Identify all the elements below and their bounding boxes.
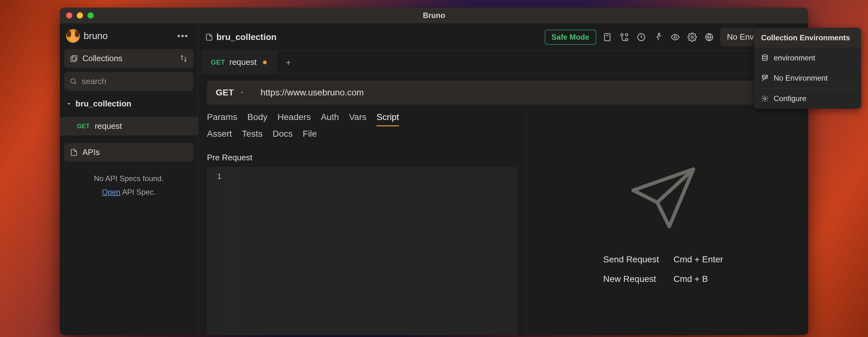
environment-menu-configure[interactable]: Configure [754,88,808,109]
collection-item[interactable]: bru_collection [64,95,193,112]
tab-params[interactable]: Params [207,112,237,126]
titlebar: Bruno [60,7,808,23]
hint-send-shortcut: Cmd + Enter [673,254,723,264]
caret-down-icon [240,90,244,95]
sort-icon[interactable] [180,55,188,63]
settings-icon[interactable] [687,32,697,42]
sidebar-more-button[interactable]: ••• [174,30,191,42]
environment-menu-item-environment[interactable]: environment [754,48,808,68]
tab-headers[interactable]: Headers [277,112,311,126]
request-subtabs: Params Body Headers Auth Vars Script [207,112,518,126]
window-zoom-button[interactable] [87,12,94,19]
response-pane: Send Request Cmd + Enter New Request Cmd… [527,112,800,335]
collections-section-header[interactable]: Collections [64,49,193,68]
watch-icon[interactable] [671,32,680,42]
sidebar: bruno ••• Collections [60,23,198,335]
environment-menu-item-none[interactable]: No Environment [754,68,808,88]
collection-name: bru_collection [75,99,131,109]
apis-empty-line1: No API Specs found. [64,172,193,185]
main-pane: bru_collection Safe Mode [198,23,808,335]
search-icon [70,78,78,85]
svg-point-12 [762,55,767,57]
environment-menu-item-label: No Environment [774,74,808,83]
gear-icon [761,95,769,102]
request-tab-method: GET [211,58,225,66]
tab-docs[interactable]: Docs [273,129,293,142]
hint-send-label: Send Request [603,254,659,264]
request-tab[interactable]: GET request [201,51,276,74]
apis-label: APIs [83,147,100,157]
request-tab-name: request [229,57,257,67]
dirty-indicator-icon [263,60,267,64]
sidebar-request-item[interactable]: GET request [60,117,198,135]
history-icon[interactable] [637,32,646,42]
window-close-button[interactable] [66,12,72,19]
runner-icon[interactable] [653,32,663,42]
tab-tests[interactable]: Tests [242,129,262,142]
sidebar-request-name: request [95,121,122,131]
add-tab-button[interactable]: ＋ [276,56,300,68]
hint-new-shortcut: Cmd + B [673,274,723,284]
sidebar-search[interactable] [64,72,193,91]
bruno-logo-icon [66,29,80,43]
sidebar-header: bruno ••• [64,27,193,45]
environment-menu-item-label: environment [774,54,808,62]
database-icon [761,54,769,62]
request-subtabs-row2: Assert Tests Docs File [207,129,518,142]
url-bar: GET [207,81,800,105]
collections-icon [70,55,78,63]
request-pane: Params Body Headers Auth Vars Script Ass… [207,112,527,335]
tab-script[interactable]: Script [376,112,399,126]
globe-icon[interactable] [705,32,714,42]
svg-point-4 [620,33,623,36]
file-icon [70,148,78,157]
apis-section-header[interactable]: APIs [64,143,193,162]
script-editor[interactable]: 1 [207,167,518,335]
safe-mode-badge[interactable]: Safe Mode [545,30,596,45]
collections-label: Collections [83,54,122,63]
method-selector[interactable]: GET [207,81,253,105]
no-env-icon [761,74,769,82]
tab-body[interactable]: Body [247,112,267,126]
request-tabs-bar: GET request ＋ [198,51,808,74]
app-window: Bruno bruno ••• Collections [60,7,808,335]
window-title: Bruno [423,11,445,20]
topbar-icons [602,32,714,42]
editor-gutter: 1 [207,167,232,335]
url-input[interactable] [253,81,800,105]
svg-point-14 [764,97,766,100]
topbar: bru_collection Safe Mode [198,23,808,51]
search-input[interactable] [82,77,188,86]
tab-file[interactable]: File [303,129,317,142]
environment-menu-configure-label: Configure [774,94,806,103]
svg-rect-1 [71,57,75,61]
breadcrumb[interactable]: bru_collection [205,32,276,42]
editor-code-area[interactable] [232,167,518,335]
svg-point-5 [625,38,628,40]
body-split: Params Body Headers Auth Vars Script Ass… [207,112,800,335]
tab-vars[interactable]: Vars [349,112,367,126]
keyboard-hints: Send Request Cmd + Enter New Request Cmd… [603,254,723,284]
environment-menu-header: Collection Environments [754,28,808,48]
open-api-spec-link[interactable]: Open [102,188,120,196]
svg-point-10 [691,36,693,38]
apis-empty-state: No API Specs found. Open API Spec. [64,172,193,199]
tab-auth[interactable]: Auth [321,112,339,126]
git-icon[interactable] [620,32,629,42]
svg-rect-3 [604,33,610,40]
script-section-label: Pre Request [207,153,518,163]
golden-edition-icon[interactable] [602,32,612,42]
tab-assert[interactable]: Assert [207,129,232,142]
breadcrumb-text: bru_collection [216,32,276,42]
content: bruno ••• Collections [60,23,808,335]
apis-empty-suffix: API Spec. [120,188,156,196]
brand-name: bruno [84,31,170,41]
file-icon [205,33,213,41]
chevron-down-icon [66,101,72,107]
gutter-line-number: 1 [207,172,232,181]
traffic-lights [66,12,94,19]
svg-point-9 [674,36,677,38]
window-minimize-button[interactable] [77,12,83,19]
method-selector-label: GET [216,88,234,97]
svg-point-6 [625,33,628,36]
